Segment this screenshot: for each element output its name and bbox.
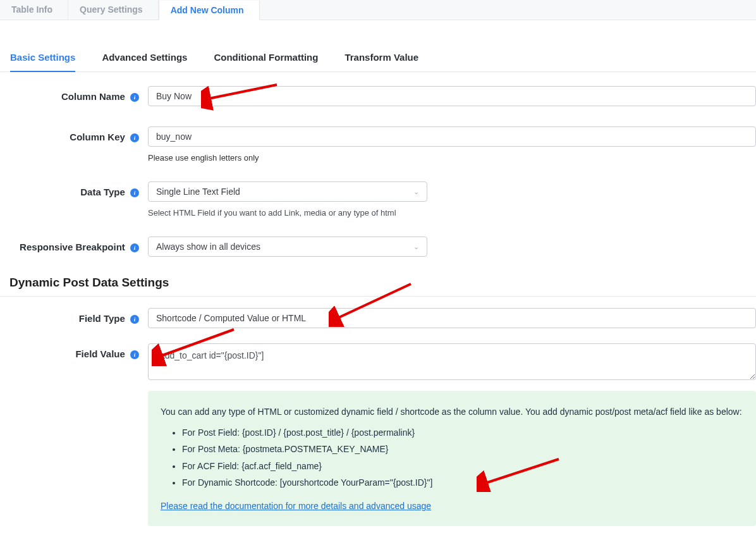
field-value-textarea[interactable]: [add_to_cart id="{post.ID}"]	[148, 343, 756, 380]
label-field-type: Field Type i	[0, 308, 148, 329]
sub-tab-bar: Basic Settings Advanced Settings Conditi…	[0, 40, 756, 72]
responsive-breakpoint-select[interactable]: Always show in all devices ⌄	[148, 237, 427, 257]
help-item: For Dynamic Shortcode: [yourshortcode Yo…	[182, 474, 743, 491]
chevron-down-icon: ⌄	[413, 243, 419, 251]
help-item: For Post Meta: {postmeta.POSTMETA_KEY_NA…	[182, 441, 743, 458]
field-type-select[interactable]: Shortcode / Computed Value or HTML	[148, 308, 756, 328]
data-type-hint: Select HTML Field if you want to add Lin…	[148, 208, 756, 218]
tab-add-new-column[interactable]: Add New Column	[159, 1, 260, 20]
data-type-value: Single Line Text Field	[156, 187, 240, 197]
tab-transform-value[interactable]: Transform Value	[344, 52, 418, 71]
help-item: For ACF Field: {acf.acf_field_name}	[182, 458, 743, 475]
tab-table-info[interactable]: Table Info	[0, 0, 68, 20]
label-responsive-breakpoint: Responsive Breakpoint i	[0, 237, 148, 258]
data-type-select[interactable]: Single Line Text Field ⌄	[148, 181, 427, 202]
info-icon[interactable]: i	[130, 188, 139, 197]
help-box: You can add any type of HTML or customiz…	[148, 391, 756, 526]
help-intro: You can add any type of HTML or customiz…	[161, 403, 743, 421]
column-key-input[interactable]	[148, 126, 756, 147]
label-column-key: Column Key i	[0, 126, 148, 148]
documentation-link[interactable]: Please read the documentation for more d…	[161, 501, 431, 511]
info-icon[interactable]: i	[130, 133, 139, 142]
label-data-type: Data Type i	[0, 181, 148, 203]
info-icon[interactable]: i	[130, 350, 139, 359]
column-name-input[interactable]	[148, 86, 756, 106]
info-icon[interactable]: i	[130, 243, 139, 252]
column-key-hint: Please use english letters only	[148, 153, 756, 163]
responsive-breakpoint-value: Always show in all devices	[156, 242, 260, 252]
tab-query-settings[interactable]: Query Settings	[68, 0, 159, 20]
help-item: For Post Field: {post.ID} / {post.post_t…	[182, 424, 743, 441]
tab-conditional-formatting[interactable]: Conditional Formatting	[214, 52, 318, 71]
tab-advanced-settings[interactable]: Advanced Settings	[102, 52, 187, 71]
label-field-value: Field Value i	[0, 343, 148, 365]
label-column-name: Column Name i	[0, 86, 148, 108]
tab-basic-settings[interactable]: Basic Settings	[10, 52, 75, 71]
chevron-down-icon: ⌄	[413, 188, 419, 196]
info-icon[interactable]: i	[130, 315, 139, 324]
top-tab-bar: Table Info Query Settings Add New Column	[0, 0, 756, 20]
info-icon[interactable]: i	[130, 93, 139, 102]
section-heading-dynamic-post: Dynamic Post Data Settings	[0, 276, 756, 297]
field-type-value: Shortcode / Computed Value or HTML	[156, 313, 306, 323]
